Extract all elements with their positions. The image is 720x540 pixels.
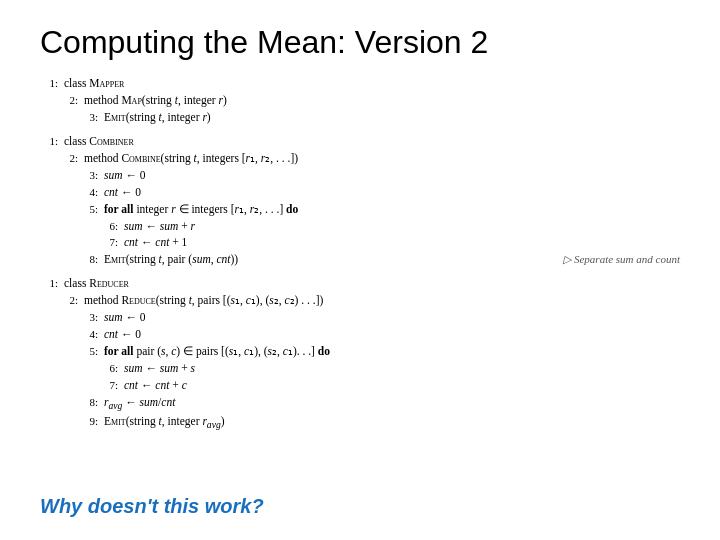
combiner-method: method Combine(string t, integers [r₁, r… <box>84 150 298 167</box>
reducer-sum-init: sum ← 0 <box>104 309 146 326</box>
combiner-line-7: 7: cnt ← cnt + 1 <box>40 234 680 251</box>
mapper-method-map: method Map(string t, integer r) <box>84 92 227 109</box>
reducer-emit: Emit(string t, integer ravg) <box>104 413 225 432</box>
mapper-emit: Emit(string t, integer r) <box>104 109 211 126</box>
reducer-header-text: class Reducer <box>64 275 129 292</box>
reducer-num-6: 6: <box>100 361 118 377</box>
combiner-cnt-init: cnt ← 0 <box>104 184 141 201</box>
mapper-line-3: 3: Emit(string t, integer r) <box>40 109 680 126</box>
reducer-avg-calc: ravg ← sum/cnt <box>104 394 175 413</box>
reducer-line-9: 9: Emit(string t, integer ravg) <box>40 413 680 432</box>
combiner-cnt-update: cnt ← cnt + 1 <box>124 234 187 251</box>
combiner-num-3: 3: <box>80 168 98 184</box>
combiner-line-6: 6: sum ← sum + r <box>40 218 680 235</box>
combiner-sum-init: sum ← 0 <box>104 167 146 184</box>
reducer-line-num-header: 1: <box>40 276 58 292</box>
combiner-line-5: 5: for all integer r ∈ integers [r₁, r₂,… <box>40 201 680 218</box>
reducer-num-7: 7: <box>100 378 118 394</box>
combiner-line-4: 4: cnt ← 0 <box>40 184 680 201</box>
reducer-num-5: 5: <box>80 344 98 360</box>
reducer-num-3: 3: <box>80 310 98 326</box>
combiner-line-2: 2: method Combine(string t, integers [r₁… <box>40 150 680 167</box>
reducer-for: for all pair (s, c) ∈ pairs [(s₁, c₁), (… <box>104 343 330 360</box>
reducer-line-6: 6: sum ← sum + s <box>40 360 680 377</box>
reducer-num-8: 8: <box>80 395 98 411</box>
reducer-cnt-update: cnt ← cnt + c <box>124 377 187 394</box>
mapper-header-line: 1: class Mapper <box>40 75 680 92</box>
combiner-sum-update: sum ← sum + r <box>124 218 195 235</box>
combiner-line-8: 8: Emit(string t, pair (sum, cnt)) ▷ Sep… <box>40 251 680 268</box>
combiner-num-8: 8: <box>80 252 98 268</box>
combiner-line-3: 3: sum ← 0 <box>40 167 680 184</box>
combiner-header-line: 1: class Combiner <box>40 133 680 150</box>
reducer-header-line: 1: class Reducer <box>40 275 680 292</box>
reducer-line-3: 3: sum ← 0 <box>40 309 680 326</box>
page-title: Computing the Mean: Version 2 <box>40 24 680 61</box>
combiner-num-5: 5: <box>80 202 98 218</box>
reducer-num-4: 4: <box>80 327 98 343</box>
reducer-line-2: 2: method Reduce(string t, pairs [(s₁, c… <box>40 292 680 309</box>
page: Computing the Mean: Version 2 1: class M… <box>0 0 720 540</box>
reducer-num-9: 9: <box>80 414 98 430</box>
combiner-header-text: class Combiner <box>64 133 134 150</box>
reducer-line-8: 8: ravg ← sum/cnt <box>40 394 680 413</box>
mapper-header-text: class Mapper <box>64 75 124 92</box>
combiner-num-4: 4: <box>80 185 98 201</box>
reducer-method: method Reduce(string t, pairs [(s₁, c₁),… <box>84 292 323 309</box>
combiner-num-6: 6: <box>100 219 118 235</box>
mapper-line-2: 2: method Map(string t, integer r) <box>40 92 680 109</box>
combiner-emit: Emit(string t, pair (sum, cnt)) <box>104 251 238 268</box>
combiner-num-2: 2: <box>60 151 78 167</box>
combiner-section: 1: class Combiner 2: method Combine(stri… <box>40 133 680 269</box>
combiner-for: for all integer r ∈ integers [r₁, r₂, . … <box>104 201 298 218</box>
reducer-line-7: 7: cnt ← cnt + c <box>40 377 680 394</box>
mapper-num-3: 3: <box>80 110 98 126</box>
reducer-num-2: 2: <box>60 293 78 309</box>
reducer-cnt-init: cnt ← 0 <box>104 326 141 343</box>
reducer-sum-update: sum ← sum + s <box>124 360 195 377</box>
question-text: Why doesn't this work? <box>40 495 264 518</box>
combiner-comment: ▷ Separate sum and count <box>543 252 680 268</box>
combiner-line-num-header: 1: <box>40 134 58 150</box>
reducer-section: 1: class Reducer 2: method Reduce(string… <box>40 275 680 432</box>
reducer-line-4: 4: cnt ← 0 <box>40 326 680 343</box>
mapper-num-2: 2: <box>60 93 78 109</box>
combiner-num-7: 7: <box>100 235 118 251</box>
reducer-line-5: 5: for all pair (s, c) ∈ pairs [(s₁, c₁)… <box>40 343 680 360</box>
mapper-line-num-header: 1: <box>40 76 58 92</box>
mapper-section: 1: class Mapper 2: method Map(string t, … <box>40 75 680 126</box>
